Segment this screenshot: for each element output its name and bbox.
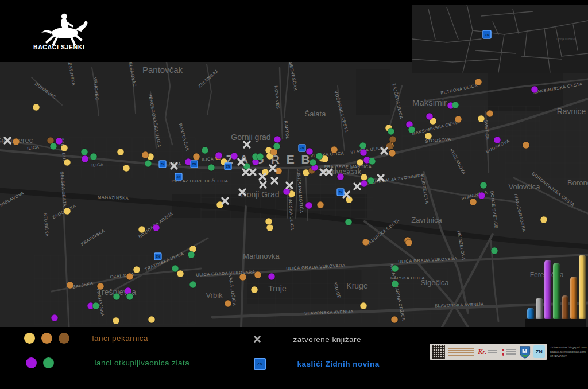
map-marker-yellow[interactable] bbox=[148, 316, 155, 323]
map-marker-green[interactable] bbox=[316, 153, 323, 160]
map-marker-magenta[interactable] bbox=[531, 86, 538, 93]
map-marker-green[interactable] bbox=[126, 293, 133, 300]
map-marker-yellow[interactable] bbox=[361, 174, 368, 181]
map-marker-magenta[interactable] bbox=[268, 273, 275, 280]
map-marker-orange[interactable] bbox=[523, 142, 529, 149]
map-marker-yellow[interactable] bbox=[266, 224, 273, 231]
map-marker-brown[interactable] bbox=[389, 136, 396, 143]
map-marker-green[interactable] bbox=[491, 247, 498, 254]
map-marker-green[interactable] bbox=[189, 281, 196, 288]
map-marker-zn-box[interactable]: ZN bbox=[337, 189, 344, 196]
map-marker-zn-box[interactable]: ZN bbox=[299, 145, 305, 151]
map-marker-orange[interactable] bbox=[126, 273, 133, 280]
map-marker-orange[interactable] bbox=[13, 138, 20, 145]
map-marker-zn-box[interactable]: ZN bbox=[154, 253, 161, 260]
map-marker-green[interactable] bbox=[81, 149, 88, 155]
map-marker-orange[interactable] bbox=[331, 146, 338, 153]
map-marker-orange[interactable] bbox=[97, 283, 104, 290]
map-marker-zn-box[interactable]: ZN bbox=[191, 161, 198, 168]
map-marker-green[interactable] bbox=[392, 281, 399, 287]
map-marker-zn-box[interactable]: ZN bbox=[175, 173, 182, 180]
map-marker-orange[interactable] bbox=[254, 271, 261, 278]
map-marker-yellow[interactable] bbox=[64, 208, 71, 215]
map-marker-yellow[interactable] bbox=[123, 165, 130, 172]
map-marker-yellow[interactable] bbox=[117, 149, 124, 155]
map-marker-green[interactable] bbox=[50, 143, 57, 150]
map-marker-yellow[interactable] bbox=[33, 104, 40, 111]
credits-text bbox=[448, 348, 474, 356]
map-marker-yellow[interactable] bbox=[357, 159, 363, 166]
map-marker-orange[interactable] bbox=[391, 316, 398, 323]
map-marker-orange[interactable] bbox=[455, 116, 462, 123]
map-marker-green[interactable] bbox=[345, 219, 352, 225]
map-marker-orange[interactable] bbox=[239, 274, 246, 281]
map-marker-yellow[interactable] bbox=[360, 302, 367, 309]
map-marker-magenta[interactable] bbox=[305, 202, 312, 209]
map-marker-magenta[interactable] bbox=[56, 138, 63, 145]
map-marker-green[interactable] bbox=[172, 265, 179, 272]
map-marker-orange[interactable] bbox=[67, 282, 74, 289]
map-marker-green[interactable] bbox=[359, 142, 366, 149]
map-marker-orange[interactable] bbox=[470, 199, 477, 205]
map-marker-yellow[interactable] bbox=[64, 159, 71, 166]
map-marker-green[interactable] bbox=[369, 158, 376, 165]
map-marker-closed-bookstore-x[interactable] bbox=[244, 142, 250, 147]
map-marker-green[interactable] bbox=[452, 102, 459, 108]
map-marker-yellow[interactable] bbox=[138, 226, 145, 233]
map-marker-magenta[interactable] bbox=[51, 314, 58, 321]
map-marker-magenta[interactable] bbox=[283, 188, 290, 195]
map-marker-green[interactable] bbox=[480, 182, 487, 189]
map-marker-yellow[interactable] bbox=[113, 317, 119, 324]
map-marker-yellow[interactable] bbox=[61, 145, 68, 151]
map-marker-green[interactable] bbox=[188, 251, 195, 258]
map-marker-magenta[interactable] bbox=[215, 152, 222, 159]
map-marker-magenta[interactable] bbox=[274, 136, 281, 143]
map-marker-zn-box[interactable]: ZN bbox=[159, 161, 166, 168]
map-marker-magenta[interactable] bbox=[426, 113, 433, 120]
map-marker-orange[interactable] bbox=[225, 300, 231, 307]
map-marker-magenta[interactable] bbox=[153, 224, 160, 231]
map-marker-orange[interactable] bbox=[405, 239, 412, 246]
map-marker-green[interactable] bbox=[368, 177, 374, 184]
map-marker-closed-bookstore-x[interactable] bbox=[272, 178, 277, 184]
contact-email[interactable]: bacaci.sjenki@gmail.com bbox=[550, 349, 587, 354]
map-marker-yellow[interactable] bbox=[177, 270, 184, 277]
map-marker-orange[interactable] bbox=[142, 151, 149, 158]
map-marker-yellow[interactable] bbox=[425, 133, 432, 139]
map-marker-green[interactable] bbox=[310, 159, 316, 166]
map-marker-green[interactable] bbox=[90, 153, 97, 160]
map-marker-orange[interactable] bbox=[362, 239, 369, 246]
map-marker-orange[interactable] bbox=[389, 150, 396, 157]
map-marker-green[interactable] bbox=[273, 143, 280, 150]
map-marker-orange[interactable] bbox=[475, 79, 482, 85]
map-marker-magenta[interactable] bbox=[306, 148, 313, 155]
map-marker-yellow[interactable] bbox=[251, 286, 258, 293]
map-marker-orange[interactable] bbox=[486, 110, 493, 117]
inset-zn-marker[interactable]: ZN bbox=[483, 30, 491, 38]
map-marker-magenta[interactable] bbox=[494, 137, 501, 143]
map-marker-magenta[interactable] bbox=[337, 173, 344, 180]
contact-web[interactable]: zidnenovine.blogspot.com bbox=[550, 345, 587, 349]
map-marker-yellow[interactable] bbox=[265, 218, 272, 225]
map-marker-magenta[interactable] bbox=[361, 180, 368, 187]
map-marker-zn-box[interactable]: ZN bbox=[225, 163, 231, 170]
map-marker-green[interactable] bbox=[408, 126, 415, 133]
map-marker-green[interactable] bbox=[388, 128, 394, 135]
map-marker-orange[interactable] bbox=[317, 201, 324, 208]
map-marker-green[interactable] bbox=[92, 302, 99, 309]
map-marker-magenta[interactable] bbox=[231, 153, 238, 160]
map-marker-magenta[interactable] bbox=[360, 149, 367, 156]
map-marker-magenta[interactable] bbox=[82, 155, 88, 162]
inset-map[interactable]: Donja DubravaZN bbox=[412, 5, 588, 73]
map-marker-green[interactable] bbox=[145, 160, 152, 167]
map-marker-yellow[interactable] bbox=[540, 216, 547, 223]
map-marker-green[interactable] bbox=[257, 153, 264, 160]
map-marker-green[interactable] bbox=[392, 265, 399, 272]
map-marker-green[interactable] bbox=[113, 293, 120, 300]
map-marker-yellow[interactable] bbox=[478, 115, 485, 122]
map-marker-yellow[interactable] bbox=[133, 266, 140, 273]
map-marker-magenta[interactable] bbox=[478, 192, 485, 199]
map-marker-green[interactable] bbox=[202, 147, 208, 154]
map-marker-orange[interactable] bbox=[193, 153, 200, 160]
map-marker-green[interactable] bbox=[208, 164, 215, 171]
